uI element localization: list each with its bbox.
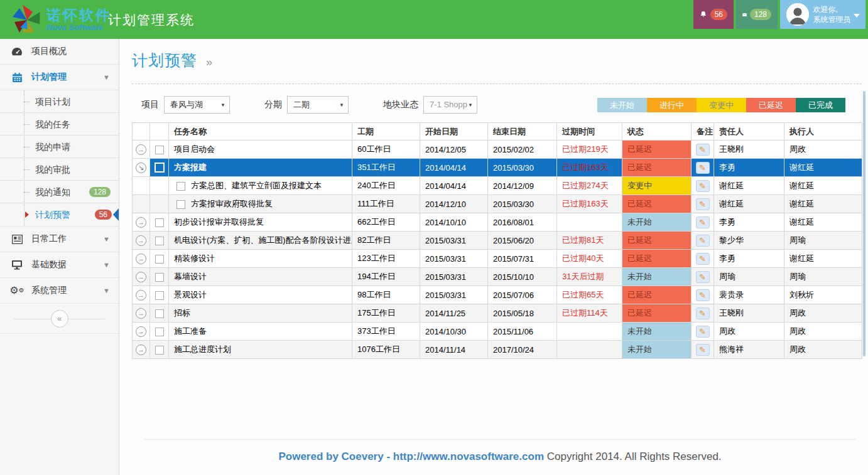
edit-note-button[interactable]: ✎ (696, 307, 710, 319)
column-header-1: 任务名称 (169, 123, 352, 141)
sidebar-subitem-6[interactable]: 计划预警56 (0, 203, 119, 226)
edit-note-button[interactable]: ✎ (696, 235, 710, 247)
expand-row-icon[interactable]: → (136, 344, 146, 355)
end-date-cell: 2015/02/02 (488, 141, 557, 159)
sidebar-item-base-data[interactable]: 基础数据 ▼ (0, 252, 119, 278)
edit-note-button[interactable]: ✎ (696, 253, 710, 265)
sidebar-collapse-button[interactable]: « (51, 310, 68, 328)
user-menu[interactable]: 欢迎你, 系统管理员 (780, 0, 865, 29)
table-row[interactable]: →精装修设计123工作日2015/03/312015/07/31已过期40天已延… (133, 250, 862, 268)
expand-row-icon[interactable]: → (136, 290, 146, 301)
filter-select-2[interactable]: 二期▼ (287, 96, 349, 114)
table-row[interactable]: →机电设计(方案、扩初、施工图)配合各阶段设计进度82工作日2015/03/31… (133, 232, 862, 250)
table-row[interactable]: →景观设计98工作日2015/03/312015/07/06已过期65天已延迟✎… (133, 286, 862, 304)
row-checkbox[interactable] (155, 237, 164, 245)
sidebar-item-plan-management[interactable]: 计划管理 ▼ (0, 65, 119, 90)
filter-select-3[interactable]: 7-1 Shopp▼ (423, 96, 477, 114)
expand-row-icon[interactable]: → (136, 272, 146, 282)
footer-link[interactable]: Powered by Coevery - http://www.novasoft… (278, 451, 544, 462)
row-checkbox[interactable] (155, 309, 164, 318)
logo-cn-text: 诺怀软件 (46, 8, 112, 22)
sidebar-subitem-1[interactable]: 项目计划 (0, 90, 119, 113)
edit-note-button[interactable]: ✎ (696, 216, 710, 228)
sidebar-item-system-management[interactable]: ⚙⚙ 系统管理 ▼ (0, 278, 119, 304)
legend-button-1[interactable]: 未开始 (597, 98, 647, 112)
table-row[interactable]: →招标175工作日2014/11/252015/05/18已过期114天已延迟✎… (133, 304, 862, 323)
filter-label: 项目 (141, 99, 159, 110)
sidebar-subitem-4[interactable]: 我的审批 (0, 158, 119, 181)
row-checkbox[interactable] (155, 346, 164, 355)
row-checkbox[interactable] (155, 328, 164, 336)
edit-note-button[interactable]: ✎ (696, 344, 710, 356)
table-row[interactable]: 方案总图、建筑平立剖面及报建文本240工作日2014/04/142014/12/… (133, 177, 862, 195)
collapse-row-icon[interactable]: ↘ (136, 163, 146, 173)
table-row[interactable]: →施工准备373工作日2014/10/302015/11/06未开始✎周政周政 (133, 323, 862, 341)
list-icon (11, 233, 23, 245)
status-cell: 未开始 (622, 213, 692, 232)
table-row[interactable]: →施工总进度计划1076工作日2014/11/142017/10/24未开始✎熊… (133, 341, 862, 359)
edit-note-button[interactable]: ✎ (696, 289, 710, 301)
duration-cell: 98工作日 (352, 286, 420, 304)
messages-button[interactable]: 128 (736, 0, 778, 29)
edit-note-button[interactable]: ✎ (696, 326, 710, 338)
end-date-cell: 2017/10/24 (488, 341, 557, 359)
sidebar-item-overview[interactable]: 项目概况 (0, 39, 119, 65)
expand-row-icon[interactable]: → (136, 326, 146, 337)
sidebar-subitem-5[interactable]: 我的通知128 (0, 181, 119, 203)
row-checkbox[interactable] (155, 255, 164, 264)
end-date-cell: 2015/03/30 (488, 195, 557, 213)
sidebar-item-label: 基础数据 (31, 259, 67, 270)
column-header-7: 备注 (692, 123, 714, 141)
expand-row-icon[interactable]: → (136, 235, 146, 246)
sidebar-item-label: 系统管理 (31, 285, 67, 296)
row-checkbox[interactable] (155, 273, 164, 282)
overdue-cell: 已过期163天 (557, 159, 622, 177)
note-cell: ✎ (692, 159, 714, 177)
owner-cell: 李勇 (714, 213, 784, 232)
row-checkbox[interactable] (155, 218, 164, 227)
expand-row-icon[interactable]: → (136, 308, 146, 319)
row-checkbox[interactable] (155, 146, 164, 154)
expand-row-icon[interactable]: → (136, 254, 146, 264)
edit-note-button[interactable]: ✎ (696, 162, 710, 174)
filter-select-1[interactable]: 春风与湖▼ (164, 96, 230, 114)
table-row[interactable]: 方案报审政府取得批复111工作日2014/12/102015/03/30已过期1… (133, 195, 862, 213)
edit-note-button[interactable]: ✎ (696, 180, 710, 192)
table-scrollbar[interactable] (863, 91, 865, 356)
legend-button-4[interactable]: 已延迟 (746, 98, 796, 112)
edit-note-button[interactable]: ✎ (696, 144, 710, 156)
table-row[interactable]: →幕墙设计194工作日2015/03/312015/10/1031天后过期未开始… (133, 268, 862, 286)
table-row[interactable]: →项目启动会60工作日2014/12/052015/02/02已过期219天已延… (133, 141, 862, 159)
notifications-button[interactable]: 56 (693, 0, 734, 29)
table-row[interactable]: →初步设计报审并取得批复662工作日2014/10/102016/08/01未开… (133, 213, 862, 232)
overdue-cell (557, 213, 622, 232)
sidebar-subitem-3[interactable]: 我的申请 (0, 136, 119, 158)
owner-cell: 周瑜 (714, 268, 784, 286)
legend-button-2[interactable]: 进行中 (647, 98, 697, 112)
legend-button-3[interactable]: 变更中 (697, 98, 746, 112)
task-name-cell: 方案报审政府取得批复 (169, 195, 352, 213)
task-name: 项目启动会 (174, 144, 215, 154)
notifications-count-badge: 56 (710, 9, 727, 20)
sidebar-item-daily-work[interactable]: 日常工作 ▼ (0, 227, 119, 252)
chevron-down-icon: ▼ (468, 97, 473, 114)
overdue-cell (557, 341, 622, 359)
chevron-down-icon: ▼ (103, 261, 110, 269)
sidebar-subitem-2[interactable]: 我的任务 (0, 113, 119, 136)
end-date-cell: 2015/10/10 (488, 268, 557, 286)
expand-row-icon[interactable]: → (136, 144, 146, 155)
row-checkbox[interactable] (176, 200, 185, 209)
legend-button-5[interactable]: 已完成 (796, 98, 845, 112)
footer-copyright: Copyright 2014. All Rights Reserved. (547, 451, 722, 462)
column-header-3: 开始日期 (420, 123, 488, 141)
edit-note-button[interactable]: ✎ (696, 198, 710, 210)
row-checkbox[interactable] (176, 182, 185, 191)
row-checkbox[interactable] (155, 163, 165, 173)
task-name: 景观设计 (174, 290, 207, 299)
row-checkbox[interactable] (155, 291, 164, 300)
table-row[interactable]: ↘方案报建351工作日2014/04/142015/03/30已过期163天已延… (133, 159, 862, 177)
start-date-cell: 2015/03/31 (420, 286, 488, 304)
expand-row-icon[interactable]: → (136, 217, 146, 228)
task-table-body: →项目启动会60工作日2014/12/052015/02/02已过期219天已延… (133, 141, 862, 359)
edit-note-button[interactable]: ✎ (696, 271, 710, 283)
